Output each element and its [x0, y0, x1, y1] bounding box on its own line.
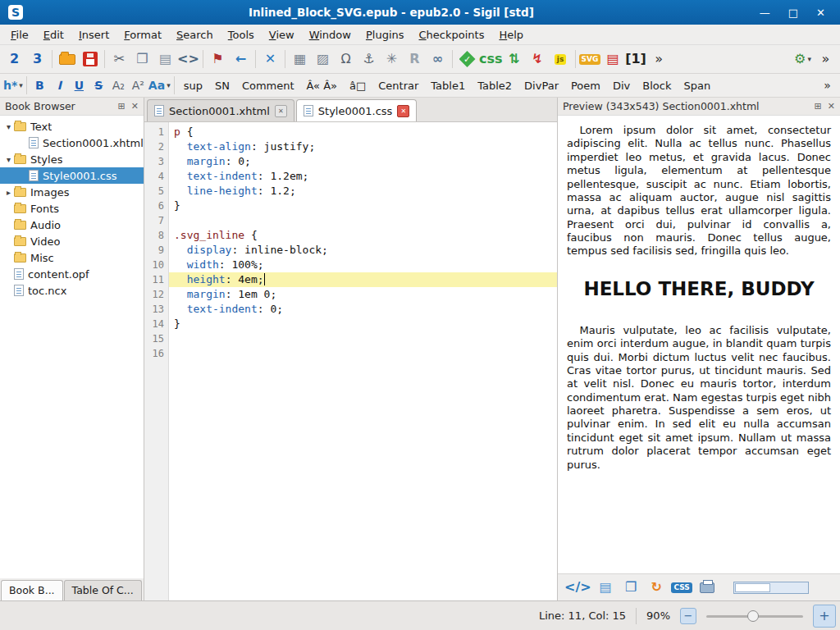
tree-item-text[interactable]: ▾Text [0, 118, 144, 135]
bottom-tab-table-of-contents[interactable]: Table Of C... [64, 580, 142, 600]
svg-badge-icon[interactable]: SVG [579, 48, 601, 71]
plugins-gear-icon[interactable]: ⚙▾ [792, 48, 814, 71]
bookmark-icon[interactable]: ⚑ [207, 48, 229, 71]
toolbar-overflow-icon[interactable]: » [648, 48, 670, 71]
undock-panel-icon[interactable]: ⊞ [118, 101, 126, 112]
paste-icon[interactable]: ▤ [154, 48, 176, 71]
code-line[interactable]: text-indent: 1.2em; [169, 169, 557, 184]
code-line[interactable]: text-align: justify; [169, 139, 557, 154]
plugin-centrar-button[interactable]: Centrar [372, 76, 424, 95]
tab-section0001-xhtml[interactable]: Section0001.xhtml✕ [147, 99, 294, 121]
menu-plugins[interactable]: Plugins [358, 26, 412, 43]
anchor-icon[interactable]: ⚓ [358, 48, 380, 71]
code-line[interactable]: width: 100%; [169, 258, 557, 272]
code-editor[interactable]: 12345678910111213141516 p { text-align: … [144, 122, 557, 600]
registered-icon[interactable]: R [404, 48, 426, 71]
code-line[interactable] [169, 213, 557, 228]
menu-edit[interactable]: Edit [36, 26, 71, 43]
plugin-span-button[interactable]: Span [678, 76, 716, 95]
minimize-button[interactable]: — [760, 7, 770, 19]
menu-file[interactable]: File [3, 26, 36, 43]
back-arrow-icon[interactable]: ← [230, 48, 252, 71]
copy-icon[interactable]: ❐ [131, 48, 153, 71]
underline-icon[interactable]: U [70, 76, 89, 95]
heading-3-icon[interactable]: 3 [26, 48, 48, 71]
code-line[interactable] [169, 331, 557, 346]
code-line[interactable]: } [169, 317, 557, 331]
tree-item-audio[interactable]: Audio [0, 217, 144, 233]
reload-preview-icon[interactable]: ⇅ [504, 48, 526, 71]
menu-window[interactable]: Window [302, 26, 358, 43]
blue-x-icon[interactable]: ✕ [259, 48, 281, 71]
index-icon[interactable]: [1] [625, 48, 647, 71]
asterisk-icon[interactable]: ✳ [381, 48, 403, 71]
toolbar2-overflow-icon[interactable]: » [818, 76, 837, 95]
close-button[interactable]: ✕ [816, 7, 825, 19]
preview-code-view-icon[interactable]: </> [564, 577, 591, 599]
code-line[interactable]: } [169, 199, 557, 213]
insert-image-icon[interactable]: ▨ [312, 48, 334, 71]
plugin-comment-button[interactable]: Comment [236, 76, 300, 95]
zoom-slider-handle[interactable] [747, 610, 759, 622]
menu-format[interactable]: Format [116, 26, 169, 43]
tree-item-fonts[interactable]: Fonts [0, 200, 144, 217]
code-line[interactable]: p { [169, 125, 557, 139]
code-line[interactable]: margin: 0; [169, 154, 557, 169]
preview-refresh-icon[interactable]: ↻ [646, 577, 668, 599]
close-panel-icon[interactable]: ✕ [131, 101, 139, 112]
menu-insert[interactable]: Insert [71, 26, 116, 43]
plugin-sup-button[interactable]: sup [178, 76, 208, 95]
link-icon[interactable]: ∞ [427, 48, 449, 71]
maximize-button[interactable]: □ [788, 7, 798, 19]
zoom-out-button[interactable]: − [680, 608, 696, 624]
bottom-tab-book-browser[interactable]: Book B... [1, 580, 63, 600]
preview-copy-icon[interactable]: ❐ [620, 577, 642, 599]
save-icon[interactable] [79, 48, 101, 71]
plugin-sn-button[interactable]: SN [209, 76, 235, 95]
mend-code-icon[interactable]: ↯ [527, 48, 549, 71]
zoom-slider[interactable] [706, 607, 803, 625]
code-line[interactable] [169, 346, 557, 361]
tab-close-icon[interactable]: ✕ [275, 105, 287, 117]
tree-item-content-opf[interactable]: content.opf [0, 266, 144, 282]
special-characters-icon[interactable]: ▦ [289, 48, 311, 71]
code-line[interactable]: height: 4em; [169, 272, 557, 287]
undock-preview-icon[interactable]: ⊞ [815, 101, 822, 112]
subscript-icon[interactable]: A₂ [109, 76, 128, 95]
plugin-div-button[interactable]: Div [607, 76, 636, 95]
strikethrough-icon[interactable]: S [89, 76, 108, 95]
code-view-icon[interactable]: <> [177, 48, 199, 71]
menu-help[interactable]: Help [491, 26, 531, 43]
heading-2-icon[interactable]: 2 [3, 48, 25, 71]
css-validate-icon[interactable]: css [479, 48, 503, 71]
plugin-table1-button[interactable]: Table1 [425, 76, 471, 95]
bold-icon[interactable]: B [30, 76, 49, 95]
plugin-divpar-button[interactable]: DivPar [518, 76, 564, 95]
menu-tools[interactable]: Tools [221, 26, 262, 43]
menu-view[interactable]: View [262, 26, 302, 43]
code-line[interactable]: text-indent: 0; [169, 302, 557, 317]
tree-item-video[interactable]: Video [0, 233, 144, 249]
preview-css-icon[interactable]: CSS [671, 577, 693, 599]
preview-inspect-icon[interactable]: ▤ [595, 577, 617, 599]
plugin-table2-button[interactable]: Table2 [472, 76, 518, 95]
menu-checkpoints[interactable]: Checkpoints [412, 26, 492, 43]
code-line[interactable]: line-height: 1.2; [169, 184, 557, 199]
pdf-icon[interactable]: ▤ [602, 48, 624, 71]
case-change-dropdown[interactable]: Aa▾ [148, 76, 171, 95]
plugin-abox-button[interactable]: â□ [344, 76, 372, 95]
tree-item-images[interactable]: ▸Images [0, 184, 144, 200]
close-preview-icon[interactable]: ✕ [828, 101, 835, 112]
plugin-poem-button[interactable]: Poem [565, 76, 606, 95]
toolbar-overflow-right-icon[interactable]: » [815, 48, 837, 71]
tab-style0001-css[interactable]: Style0001.css✕ [296, 99, 418, 121]
tree-item-style0001-css[interactable]: Style0001.css [0, 167, 144, 184]
code-line[interactable]: display: inline-block; [169, 243, 557, 258]
preview-scrollbar[interactable] [733, 582, 809, 594]
code-line[interactable]: .svg_inline { [169, 228, 557, 243]
tab-close-icon[interactable]: ✕ [397, 105, 409, 117]
zoom-in-button[interactable]: + [813, 605, 836, 628]
preview-print-icon[interactable] [696, 577, 719, 599]
tree-item-section0001-xhtml[interactable]: Section0001.xhtml [0, 135, 144, 151]
tree-item-misc[interactable]: Misc [0, 249, 144, 266]
